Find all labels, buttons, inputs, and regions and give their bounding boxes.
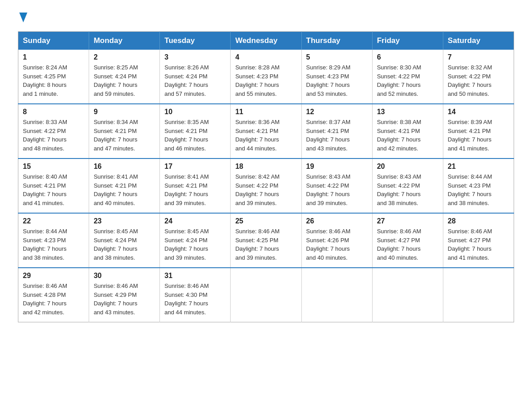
day-info: Sunrise: 8:25 AMSunset: 4:24 PMDaylight:… (94, 63, 155, 98)
weekday-header-saturday: Saturday (443, 32, 514, 50)
calendar-day-cell: 21 Sunrise: 8:44 AMSunset: 4:23 PMDaylig… (443, 158, 514, 213)
calendar-day-cell: 17 Sunrise: 8:41 AMSunset: 4:21 PMDaylig… (160, 158, 231, 213)
day-info: Sunrise: 8:26 AMSunset: 4:24 PMDaylight:… (164, 63, 226, 98)
calendar-week-row: 15 Sunrise: 8:40 AMSunset: 4:21 PMDaylig… (18, 158, 514, 213)
day-number: 23 (94, 217, 155, 225)
day-info: Sunrise: 8:45 AMSunset: 4:24 PMDaylight:… (94, 227, 155, 262)
calendar-day-cell: 13 Sunrise: 8:38 AMSunset: 4:21 PMDaylig… (372, 104, 443, 158)
calendar-day-cell: 11 Sunrise: 8:36 AMSunset: 4:21 PMDaylig… (231, 104, 301, 158)
day-info: Sunrise: 8:45 AMSunset: 4:24 PMDaylight:… (164, 227, 226, 262)
calendar-day-cell: 15 Sunrise: 8:40 AMSunset: 4:21 PMDaylig… (18, 158, 89, 213)
weekday-header-monday: Monday (89, 32, 160, 50)
day-number: 26 (306, 217, 368, 225)
day-info: Sunrise: 8:33 AMSunset: 4:22 PMDaylight:… (23, 118, 84, 153)
day-number: 28 (448, 217, 509, 225)
day-info: Sunrise: 8:37 AMSunset: 4:21 PMDaylight:… (306, 118, 368, 153)
calendar-day-cell: 27 Sunrise: 8:46 AMSunset: 4:27 PMDaylig… (372, 213, 443, 268)
calendar-day-cell: 25 Sunrise: 8:46 AMSunset: 4:25 PMDaylig… (231, 213, 301, 268)
day-info: Sunrise: 8:43 AMSunset: 4:22 PMDaylight:… (377, 172, 438, 207)
day-number: 19 (306, 163, 368, 171)
calendar-day-cell: 24 Sunrise: 8:45 AMSunset: 4:24 PMDaylig… (160, 213, 231, 268)
day-info: Sunrise: 8:46 AMSunset: 4:30 PMDaylight:… (164, 282, 226, 317)
day-info: Sunrise: 8:38 AMSunset: 4:21 PMDaylight:… (377, 118, 438, 153)
day-number: 11 (235, 108, 296, 116)
day-info: Sunrise: 8:40 AMSunset: 4:21 PMDaylight:… (23, 172, 84, 207)
calendar-day-cell: 7 Sunrise: 8:32 AMSunset: 4:22 PMDayligh… (443, 50, 514, 104)
day-number: 15 (23, 163, 84, 171)
day-info: Sunrise: 8:42 AMSunset: 4:22 PMDaylight:… (235, 172, 296, 207)
day-number: 18 (235, 163, 296, 171)
day-number: 3 (164, 53, 226, 61)
calendar-day-cell (443, 268, 514, 322)
day-info: Sunrise: 8:30 AMSunset: 4:22 PMDaylight:… (377, 63, 438, 98)
calendar-week-row: 22 Sunrise: 8:44 AMSunset: 4:23 PMDaylig… (18, 213, 514, 268)
calendar-day-cell: 9 Sunrise: 8:34 AMSunset: 4:21 PMDayligh… (89, 104, 160, 158)
day-info: Sunrise: 8:24 AMSunset: 4:25 PMDaylight:… (23, 63, 84, 98)
calendar-day-cell: 22 Sunrise: 8:44 AMSunset: 4:23 PMDaylig… (18, 213, 89, 268)
day-number: 14 (448, 108, 509, 116)
logo (18, 13, 27, 22)
calendar-day-cell: 16 Sunrise: 8:41 AMSunset: 4:21 PMDaylig… (89, 158, 160, 213)
day-info: Sunrise: 8:43 AMSunset: 4:22 PMDaylight:… (306, 172, 368, 207)
day-number: 2 (94, 53, 155, 61)
day-number: 22 (23, 217, 84, 225)
day-info: Sunrise: 8:46 AMSunset: 4:26 PMDaylight:… (306, 227, 368, 262)
day-number: 27 (377, 217, 438, 225)
day-number: 20 (377, 163, 438, 171)
day-number: 13 (377, 108, 438, 116)
calendar-day-cell: 8 Sunrise: 8:33 AMSunset: 4:22 PMDayligh… (18, 104, 89, 158)
calendar-day-cell: 29 Sunrise: 8:46 AMSunset: 4:28 PMDaylig… (18, 268, 89, 322)
day-number: 21 (448, 163, 509, 171)
calendar-day-cell (372, 268, 443, 322)
calendar-day-cell: 3 Sunrise: 8:26 AMSunset: 4:24 PMDayligh… (160, 50, 231, 104)
day-info: Sunrise: 8:39 AMSunset: 4:21 PMDaylight:… (448, 118, 509, 153)
calendar-week-row: 8 Sunrise: 8:33 AMSunset: 4:22 PMDayligh… (18, 104, 514, 158)
calendar-week-row: 1 Sunrise: 8:24 AMSunset: 4:25 PMDayligh… (18, 50, 514, 104)
calendar-day-cell: 1 Sunrise: 8:24 AMSunset: 4:25 PMDayligh… (18, 50, 89, 104)
day-info: Sunrise: 8:44 AMSunset: 4:23 PMDaylight:… (448, 172, 509, 207)
logo-text (18, 13, 27, 22)
day-info: Sunrise: 8:41 AMSunset: 4:21 PMDaylight:… (94, 172, 155, 207)
day-info: Sunrise: 8:34 AMSunset: 4:21 PMDaylight:… (94, 118, 155, 153)
calendar-day-cell: 30 Sunrise: 8:46 AMSunset: 4:29 PMDaylig… (89, 268, 160, 322)
calendar-day-cell: 4 Sunrise: 8:28 AMSunset: 4:23 PMDayligh… (231, 50, 301, 104)
page-header (18, 13, 514, 22)
day-info: Sunrise: 8:32 AMSunset: 4:22 PMDaylight:… (448, 63, 509, 98)
calendar-day-cell: 20 Sunrise: 8:43 AMSunset: 4:22 PMDaylig… (372, 158, 443, 213)
logo-arrow-icon (19, 13, 27, 22)
calendar-week-row: 29 Sunrise: 8:46 AMSunset: 4:28 PMDaylig… (18, 268, 514, 322)
day-info: Sunrise: 8:35 AMSunset: 4:21 PMDaylight:… (164, 118, 226, 153)
day-info: Sunrise: 8:29 AMSunset: 4:23 PMDaylight:… (306, 63, 368, 98)
day-info: Sunrise: 8:46 AMSunset: 4:27 PMDaylight:… (448, 227, 509, 262)
day-number: 4 (235, 53, 296, 61)
day-info: Sunrise: 8:28 AMSunset: 4:23 PMDaylight:… (235, 63, 296, 98)
day-number: 7 (448, 53, 509, 61)
weekday-header-tuesday: Tuesday (160, 32, 231, 50)
svg-marker-0 (19, 13, 27, 22)
day-info: Sunrise: 8:41 AMSunset: 4:21 PMDaylight:… (164, 172, 226, 207)
day-number: 25 (235, 217, 296, 225)
calendar-day-cell: 5 Sunrise: 8:29 AMSunset: 4:23 PMDayligh… (301, 50, 372, 104)
day-number: 10 (164, 108, 226, 116)
day-number: 30 (94, 272, 155, 280)
day-info: Sunrise: 8:46 AMSunset: 4:28 PMDaylight:… (23, 282, 84, 317)
calendar-day-cell: 31 Sunrise: 8:46 AMSunset: 4:30 PMDaylig… (160, 268, 231, 322)
calendar-day-cell (301, 268, 372, 322)
calendar-day-cell: 19 Sunrise: 8:43 AMSunset: 4:22 PMDaylig… (301, 158, 372, 213)
calendar-day-cell: 23 Sunrise: 8:45 AMSunset: 4:24 PMDaylig… (89, 213, 160, 268)
calendar-day-cell: 14 Sunrise: 8:39 AMSunset: 4:21 PMDaylig… (443, 104, 514, 158)
day-number: 5 (306, 53, 368, 61)
day-number: 8 (23, 108, 84, 116)
calendar-day-cell (231, 268, 301, 322)
day-info: Sunrise: 8:36 AMSunset: 4:21 PMDaylight:… (235, 118, 296, 153)
day-number: 16 (94, 163, 155, 171)
day-number: 29 (23, 272, 84, 280)
day-info: Sunrise: 8:44 AMSunset: 4:23 PMDaylight:… (23, 227, 84, 262)
weekday-header-thursday: Thursday (301, 32, 372, 50)
weekday-header-sunday: Sunday (18, 32, 89, 50)
day-number: 9 (94, 108, 155, 116)
calendar-day-cell: 10 Sunrise: 8:35 AMSunset: 4:21 PMDaylig… (160, 104, 231, 158)
calendar-table: SundayMondayTuesdayWednesdayThursdayFrid… (18, 31, 514, 322)
calendar-day-cell: 6 Sunrise: 8:30 AMSunset: 4:22 PMDayligh… (372, 50, 443, 104)
day-number: 24 (164, 217, 226, 225)
